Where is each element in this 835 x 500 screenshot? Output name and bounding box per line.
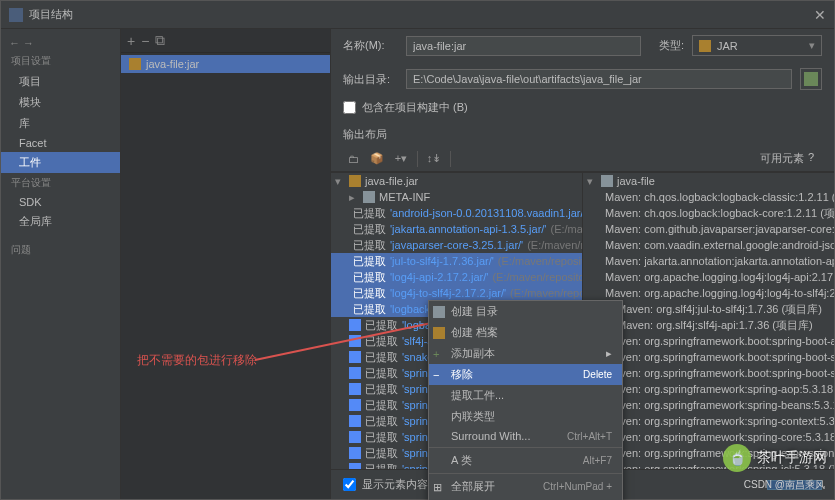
dialog-title: 项目结构	[29, 7, 73, 22]
close-icon[interactable]: ✕	[814, 7, 826, 23]
sidebar-item-artifacts[interactable]: 工件	[1, 152, 120, 173]
csdn-credit: CSDN @南昌乘风	[744, 478, 825, 492]
sidebar-item-global-libs[interactable]: 全局库	[1, 211, 120, 232]
context-menu: 创建 目录 创建 档案 +添加副本▸ −移除Delete 提取工件... 内联类…	[428, 300, 623, 500]
include-build-row: 包含在项目构建中 (B)	[331, 96, 834, 123]
watermark: 🍵 茶叶手游网	[723, 444, 827, 472]
forward-icon[interactable]: →	[23, 37, 34, 49]
chevron-down-icon: ▾	[809, 39, 815, 52]
tree-row[interactable]: Maven: ch.qos.logback:logback-classic:1.…	[583, 189, 834, 205]
sidebar-item-project[interactable]: 项目	[1, 71, 120, 92]
include-build-label: 包含在项目构建中 (B)	[362, 100, 468, 115]
folder-icon	[804, 72, 818, 86]
tree-row[interactable]: Maven: com.github.javaparser:javaparser-…	[583, 221, 834, 237]
ctx-extract[interactable]: 提取工件...	[429, 385, 622, 406]
titlebar: 项目结构 ✕	[1, 1, 834, 29]
sidebar-item-modules[interactable]: 模块	[1, 92, 120, 113]
ctx-rename[interactable]: A 类Alt+F7	[429, 450, 622, 471]
ctx-surround[interactable]: Surround With...Ctrl+Alt+T	[429, 427, 622, 445]
add-icon[interactable]: +	[127, 33, 135, 49]
minus-icon: −	[433, 369, 445, 381]
browse-button[interactable]	[800, 68, 822, 90]
artifact-list-panel: + − ⧉ java-file:jar	[121, 29, 331, 499]
ctx-add-copy[interactable]: +添加副本▸	[429, 343, 622, 364]
ctx-expand-all[interactable]: ⊞全部展开Ctrl+NumPad +	[429, 476, 622, 497]
tree-row[interactable]: Maven: com.vaadin.external.google:androi…	[583, 237, 834, 253]
jar-icon	[129, 58, 141, 70]
name-input[interactable]	[406, 36, 641, 56]
archive-icon	[433, 327, 445, 339]
type-label: 类型:	[649, 38, 684, 53]
sort-icon[interactable]: ↕↡	[424, 149, 444, 169]
remove-icon[interactable]: −	[141, 33, 149, 49]
artifact-toolbar: + − ⧉	[121, 29, 330, 53]
jar-icon	[699, 40, 711, 52]
sidebar-header2: 平台设置	[1, 173, 120, 193]
ctx-create-dir[interactable]: 创建 目录	[429, 301, 622, 322]
ctx-create-archive[interactable]: 创建 档案	[429, 322, 622, 343]
tree-row[interactable]: Maven: ch.qos.logback:logback-core:1.2.1…	[583, 205, 834, 221]
sidebar-problems[interactable]: 问题	[1, 240, 120, 260]
help-icon[interactable]: ?	[808, 151, 814, 166]
type-select[interactable]: JAR ▾	[692, 35, 822, 56]
watermark-text: 茶叶手游网	[757, 449, 827, 467]
app-icon	[9, 8, 23, 22]
artifact-list: java-file:jar	[121, 53, 330, 499]
outdir-input[interactable]	[406, 69, 792, 89]
sidebar-item-facets[interactable]: Facet	[1, 134, 120, 152]
artifact-item[interactable]: java-file:jar	[121, 55, 330, 73]
plus-icon: +	[433, 348, 445, 360]
dialog-body: ← → 项目设置 项目 模块 库 Facet 工件 平台设置 SDK 全局库 问…	[1, 29, 834, 499]
watermark-logo: 🍵	[723, 444, 751, 472]
outdir-row: 输出目录:	[331, 62, 834, 96]
expand-icon: ⊞	[433, 481, 445, 493]
output-layout-label: 输出布局	[331, 123, 834, 146]
ctx-remove[interactable]: −移除Delete	[429, 364, 622, 385]
tree-row[interactable]: 已提取 'javaparser-core-3.25.1.jar/' (E:/ma…	[331, 237, 582, 253]
new-archive-icon[interactable]: 📦	[367, 149, 387, 169]
tree-row[interactable]: 已提取 'android-json-0.0.20131108.vaadin1.j…	[331, 205, 582, 221]
available-elements-label: 可用元素	[760, 151, 804, 166]
tree-row[interactable]: 已提取 'jul-to-slf4j-1.7.36.jar/' (E:/maven…	[331, 253, 582, 269]
folder-icon	[433, 306, 445, 318]
tree-row[interactable]: 已提取 'log4j-api-2.17.2.jar/' (E:/maven/re…	[331, 269, 582, 285]
sidebar-item-sdks[interactable]: SDK	[1, 193, 120, 211]
tree-row[interactable]: 已提取 'log4j-to-slf4j-2.17.2.jar/' (E:/mav…	[331, 285, 582, 301]
name-row: 名称(M): 类型: JAR ▾	[331, 29, 834, 62]
copy-icon[interactable]: ⧉	[155, 32, 165, 49]
show-content-checkbox[interactable]	[343, 478, 356, 491]
artifact-name: java-file:jar	[146, 58, 199, 70]
type-value: JAR	[717, 40, 738, 52]
include-build-checkbox[interactable]	[343, 101, 356, 114]
tree-row[interactable]: Maven: org.apache.logging.log4j:log4j-to…	[583, 285, 834, 301]
sidebar-item-libraries[interactable]: 库	[1, 113, 120, 134]
outdir-label: 输出目录:	[343, 72, 398, 87]
annotation-text: 把不需要的包进行移除	[137, 352, 257, 369]
tree-row[interactable]: Maven: org.apache.logging.log4j:log4j-ap…	[583, 269, 834, 285]
project-structure-dialog: 项目结构 ✕ ← → 项目设置 项目 模块 库 Facet 工件 平台设置 SD…	[0, 0, 835, 500]
sidebar-header: 项目设置	[1, 51, 120, 71]
back-icon[interactable]: ←	[9, 37, 20, 49]
add-content-icon[interactable]: +▾	[391, 149, 411, 169]
new-folder-icon[interactable]: 🗀	[343, 149, 363, 169]
ctx-navigate[interactable]: 内联类型	[429, 406, 622, 427]
sidebar: ← → 项目设置 项目 模块 库 Facet 工件 平台设置 SDK 全局库 问…	[1, 29, 121, 499]
tree-row[interactable]: 已提取 'jakarta.annotation-api-1.3.5.jar/' …	[331, 221, 582, 237]
name-label: 名称(M):	[343, 38, 398, 53]
tree-row[interactable]: Maven: jakarta.annotation:jakarta.annota…	[583, 253, 834, 269]
show-content-label: 显示元素内容	[362, 477, 428, 492]
layout-toolbar: 🗀 📦 +▾ ↕↡ 可用元素 ?	[331, 146, 834, 172]
